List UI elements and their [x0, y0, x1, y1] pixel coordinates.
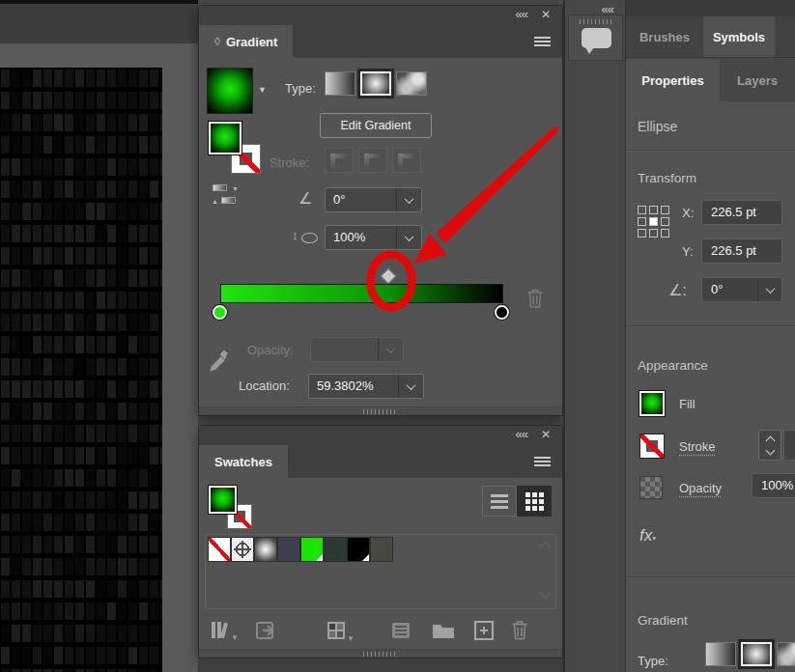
swatch-color[interactable]: [300, 537, 324, 562]
panel-resize-handle[interactable]: [199, 406, 562, 415]
show-swatch-kinds-icon[interactable]: [325, 619, 348, 642]
new-color-group-folder-icon[interactable]: [431, 619, 456, 642]
chevron-down-icon[interactable]: [396, 188, 421, 211]
stroke-within-button[interactable]: [325, 148, 354, 173]
x-input[interactable]: 226.5 pt: [701, 200, 782, 225]
drag-handle[interactable]: [580, 19, 614, 24]
angle-icon: ∠: [298, 189, 312, 208]
delete-swatch-trash-icon[interactable]: [510, 619, 529, 641]
swatches-panel-content: ▼ ▼: [199, 478, 562, 651]
tab-layers[interactable]: Layers: [720, 59, 795, 101]
type-linear-button[interactable]: [325, 71, 355, 96]
scroll-up-icon[interactable]: [541, 543, 550, 584]
gradient-section-heading: Gradient: [638, 613, 688, 628]
opacity-link[interactable]: Opacity: [679, 481, 722, 495]
collapse-panel-icon[interactable]: ««: [516, 7, 527, 21]
tab-symbols[interactable]: Symbols: [703, 16, 775, 57]
chevron-down-icon[interactable]: [757, 278, 781, 301]
type-freeform-button[interactable]: [777, 642, 795, 666]
new-swatch-icon[interactable]: [472, 619, 496, 642]
tab-gradient[interactable]: ◊ Gradient: [199, 25, 293, 58]
gradient-thumbnail[interactable]: [207, 68, 253, 114]
eyedropper-icon[interactable]: [208, 348, 233, 375]
edit-gradient-button[interactable]: Edit Gradient: [320, 113, 432, 138]
comments-panel-cell: [568, 14, 623, 61]
gradient-panel: «« ✕ ◊ Gradient ▼ Type: Edit Gradient: [198, 5, 563, 416]
type-radial-button[interactable]: [360, 71, 391, 96]
tab-swatches[interactable]: Swatches: [199, 445, 288, 478]
gradient-panel-title: Gradient: [226, 35, 277, 49]
gradient-panel-topbar: «« ✕: [199, 6, 562, 25]
selection-type-label: Ellipse: [638, 119, 677, 134]
reverse-gradient-icon[interactable]: ▼▲: [213, 183, 240, 205]
appearance-fill-swatch[interactable]: [639, 391, 665, 416]
swatch-color[interactable]: [277, 537, 300, 562]
swatch-registration[interactable]: [231, 537, 254, 562]
gradient-type-buttons: [705, 642, 795, 666]
swatch-none[interactable]: [208, 537, 231, 562]
fx-effects-button[interactable]: fx▾: [639, 526, 656, 546]
chevron-down-icon[interactable]: [378, 338, 403, 361]
reference-point-selector[interactable]: [638, 206, 672, 242]
swatch-color[interactable]: [370, 537, 393, 562]
tab-properties[interactable]: Properties: [626, 59, 720, 101]
dropdown-arrow-icon: ▼: [231, 633, 239, 642]
stroke-label: Stroke:: [270, 155, 309, 170]
swatch-white-gradient[interactable]: [254, 537, 277, 562]
delete-stop-trash-icon[interactable]: [525, 288, 545, 309]
aspect-ratio-icon: ↕: [294, 230, 319, 247]
gradient-tab-row: ◊ Gradient: [199, 25, 562, 58]
rotate-angle-select[interactable]: 0°: [701, 277, 782, 302]
location-label: Location:: [239, 378, 290, 393]
collapse-panel-icon[interactable]: ««: [516, 427, 527, 441]
close-icon[interactable]: ✕: [541, 428, 551, 441]
panel-menu-icon[interactable]: [534, 37, 551, 46]
panel-resize-handle[interactable]: [199, 649, 562, 658]
close-icon[interactable]: ✕: [541, 8, 551, 21]
gradient-midpoint-handle[interactable]: [380, 268, 396, 285]
location-input[interactable]: 59.3802%: [308, 374, 424, 399]
swatch-libraries-icon[interactable]: [209, 619, 232, 642]
y-label: Y:: [682, 244, 694, 259]
swatches-panel-title: Swatches: [214, 455, 272, 469]
add-to-library-icon[interactable]: [254, 619, 279, 642]
fill-swatch[interactable]: [209, 486, 237, 514]
stroke-link[interactable]: Stroke: [679, 439, 716, 454]
rotate-angle-icon: ∠:: [668, 281, 687, 299]
grid-view-button[interactable]: [517, 486, 552, 517]
type-linear-button[interactable]: [705, 642, 736, 666]
chevron-down-icon[interactable]: [396, 226, 421, 249]
swatch-options-icon[interactable]: [389, 619, 412, 642]
gradient-stop-end[interactable]: [495, 305, 509, 320]
scroll-down-icon[interactable]: [541, 589, 550, 598]
tab-brushes[interactable]: Brushes: [626, 16, 703, 57]
y-input[interactable]: 226.5 pt: [701, 238, 782, 264]
appearance-stroke-swatch[interactable]: [639, 434, 665, 459]
swatches-panel: «« ✕ Swatches: [198, 425, 563, 658]
appearance-heading: Appearance: [638, 358, 708, 373]
opacity-select[interactable]: [310, 337, 404, 362]
opacity-input[interactable]: 100%: [752, 473, 795, 498]
panel-toggle-icon[interactable]: ◊: [214, 35, 220, 48]
stroke-across-button[interactable]: [392, 148, 421, 173]
gradient-slider-bar[interactable]: [220, 284, 503, 303]
swatch-color[interactable]: [347, 537, 370, 562]
panel-menu-icon[interactable]: [534, 457, 551, 466]
panel-shadow-strip: [198, 658, 563, 672]
stroke-along-button[interactable]: [358, 148, 387, 173]
comment-bubble-icon[interactable]: [582, 28, 611, 48]
gradient-angle-select[interactable]: 0°: [325, 187, 422, 212]
stroke-width-stepper[interactable]: [758, 430, 781, 461]
aspect-ratio-select[interactable]: 100%: [325, 225, 422, 250]
type-label: Type:: [285, 81, 316, 96]
type-freeform-button[interactable]: [396, 71, 427, 96]
gradient-stop-start[interactable]: [213, 305, 227, 320]
gradient-type-buttons: [325, 71, 427, 96]
stroke-width-input[interactable]: [783, 430, 795, 461]
chevron-down-icon[interactable]: [398, 375, 423, 398]
type-radial-button[interactable]: [741, 642, 772, 666]
list-view-button[interactable]: [482, 486, 517, 517]
swatch-color[interactable]: [324, 537, 347, 562]
fill-swatch[interactable]: [209, 122, 241, 154]
gradient-presets-dropdown-icon[interactable]: ▼: [258, 85, 267, 95]
